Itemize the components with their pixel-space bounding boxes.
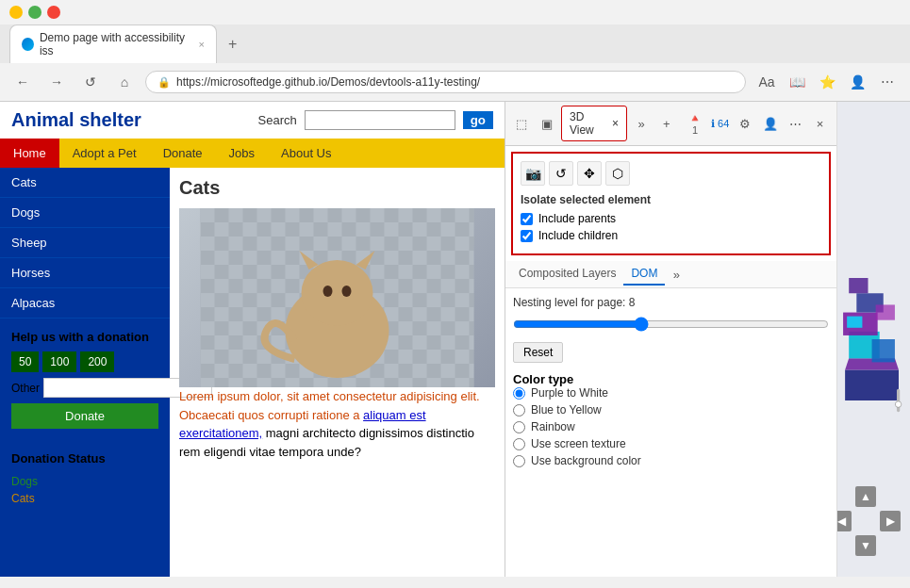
page-heading: Cats (179, 177, 495, 199)
new-tab-button[interactable]: + (221, 32, 244, 57)
sidebar-item-alpacas[interactable]: Alpacas (0, 288, 170, 318)
address-bar[interactable]: 🔒 https://microsoftedge.github.io/Demos/… (145, 71, 746, 93)
devtools-info-button[interactable]: ℹ 64 (709, 112, 730, 135)
devtools-inspect-button[interactable]: ⬚ (511, 112, 532, 135)
site-search: Search go (258, 110, 494, 130)
site-nav: Home Adopt a Pet Donate Jobs About Us (0, 139, 505, 168)
color-type-section: Color type Purple to White Blue to Yello… (513, 372, 829, 467)
devtools-settings-button[interactable]: ⚙ (735, 112, 755, 135)
devtools-counter-button[interactable]: 🔺 1 (685, 112, 705, 135)
left-arrow-button[interactable]: ◀ (836, 511, 852, 531)
isolate-toolbar: 📷 ↺ ✥ ⬡ (521, 161, 821, 186)
nesting-label: Nesting level for page: 8 (513, 296, 635, 309)
reset-button[interactable]: Reset (513, 342, 563, 363)
devtools-body: Nesting level for page: 8 Reset Color ty… (505, 288, 836, 577)
rotate-icon-button[interactable]: ↺ (549, 161, 573, 186)
camera-icon-button[interactable]: 📷 (521, 161, 545, 186)
radio-background-color[interactable] (513, 455, 525, 467)
label-purple-white: Purple to White (531, 386, 608, 400)
devtools-3d-tab[interactable]: 3D View × (561, 106, 627, 141)
search-button[interactable]: go (463, 111, 493, 129)
svg-point-22 (895, 401, 902, 408)
nav-item-donate[interactable]: Donate (150, 139, 216, 168)
donation-status-section: Donation Status Dogs Cats (0, 440, 170, 518)
option-screen-texture[interactable]: Use screen texture (513, 437, 829, 450)
sidebar-item-dogs[interactable]: Dogs (0, 198, 170, 228)
nav-item-jobs[interactable]: Jobs (216, 139, 268, 168)
profile-button[interactable]: 👤 (844, 69, 870, 95)
maximize-button[interactable] (28, 6, 41, 19)
back-button[interactable]: ← (9, 69, 36, 95)
home-button[interactable]: ⌂ (111, 69, 138, 95)
up-arrow-button[interactable]: ▲ (855, 486, 876, 507)
isolate-title: Isolate selected element (521, 193, 821, 206)
devtools-panel: ⬚ ▣ 3D View × » + 🔺 1 ℹ 64 ⚙ 👤 ⋯ × 📷 ↺ ✥… (505, 102, 836, 577)
sidebar-item-cats[interactable]: Cats (0, 168, 170, 198)
tab-composited-layers[interactable]: Composited Layers (511, 263, 623, 286)
close-window-button[interactable] (47, 6, 60, 19)
browser-tab[interactable]: Demo page with accessibility iss × (9, 24, 217, 63)
search-input[interactable] (305, 110, 455, 130)
move-icon-button[interactable]: ✥ (577, 161, 602, 186)
favorites-button[interactable]: ⭐ (814, 69, 840, 95)
tab-close-button[interactable]: × (199, 39, 205, 50)
isolate-panel: 📷 ↺ ✥ ⬡ Isolate selected element Include… (511, 152, 831, 255)
option-background-color[interactable]: Use background color (513, 454, 829, 467)
donation-heading: Help us with a donation (11, 330, 158, 344)
minimize-button[interactable] (9, 6, 23, 19)
nav-item-adopt[interactable]: Adopt a Pet (59, 139, 150, 168)
donate-100-button[interactable]: 100 (42, 351, 76, 372)
nav-item-about[interactable]: About Us (268, 139, 344, 168)
url-text: https://microsoftedge.github.io/Demos/de… (176, 75, 734, 89)
radio-screen-texture[interactable] (513, 438, 525, 450)
donate-200-button[interactable]: 200 (80, 351, 114, 372)
more-tabs-button[interactable]: » (665, 263, 687, 286)
right-arrow-button[interactable]: ▶ (880, 511, 901, 531)
devtools-add-button[interactable]: + (655, 112, 676, 135)
sidebar-item-sheep[interactable]: Sheep (0, 228, 170, 258)
tab-dom[interactable]: DOM (623, 263, 665, 286)
devtools-screencast-button[interactable]: ▣ (536, 112, 556, 135)
svg-point-9 (323, 286, 333, 297)
include-parents-label: Include parents (538, 212, 616, 225)
include-parents-checkbox[interactable] (521, 213, 533, 225)
refresh-button[interactable]: ↺ (77, 69, 104, 95)
traffic-lights (9, 6, 60, 19)
cube-icon-button[interactable]: ⬡ (605, 161, 630, 186)
option-purple-white[interactable]: Purple to White (513, 386, 829, 400)
down-arrow-button[interactable]: ▼ (855, 535, 876, 556)
read-aloud-button[interactable]: Aa (753, 69, 780, 95)
svg-point-6 (302, 260, 373, 326)
devtools-close-button[interactable]: × (809, 112, 830, 135)
status-cats: Cats (11, 490, 158, 507)
immersive-reader-button[interactable]: 📖 (784, 69, 810, 95)
site-title: Animal shelter (11, 109, 141, 131)
sidebar-item-horses[interactable]: Horses (0, 258, 170, 288)
label-background-color: Use background color (531, 454, 641, 467)
settings-button[interactable]: ⋯ (874, 69, 901, 95)
svg-rect-21 (897, 389, 900, 412)
devtools-more-tabs[interactable]: » (631, 112, 652, 135)
main-content: Cats (170, 168, 505, 577)
option-blue-yellow[interactable]: Blue to Yellow (513, 403, 829, 416)
nesting-slider[interactable] (513, 317, 829, 332)
option-rainbow[interactable]: Rainbow (513, 420, 829, 433)
radio-rainbow[interactable] (513, 421, 525, 433)
include-children-label: Include children (538, 229, 618, 242)
include-children-checkbox[interactable] (521, 230, 533, 242)
svg-rect-12 (845, 370, 899, 401)
devtools-overflow-button[interactable]: ⋯ (785, 112, 805, 135)
forward-button[interactable]: → (43, 69, 70, 95)
donate-button[interactable]: Donate (11, 403, 158, 429)
3d-view-close[interactable]: × (612, 117, 619, 130)
tab-bar: Demo page with accessibility iss × + (0, 24, 910, 63)
nav-item-home[interactable]: Home (0, 139, 59, 168)
radio-blue-yellow[interactable] (513, 404, 525, 416)
devtools-customize-button[interactable]: 👤 (759, 112, 780, 135)
tab-title: Demo page with accessibility iss (40, 31, 190, 57)
radio-purple-white[interactable] (513, 387, 525, 400)
svg-point-10 (342, 286, 352, 297)
svg-rect-20 (849, 278, 868, 293)
label-rainbow: Rainbow (531, 420, 575, 433)
donate-50-button[interactable]: 50 (11, 351, 39, 372)
